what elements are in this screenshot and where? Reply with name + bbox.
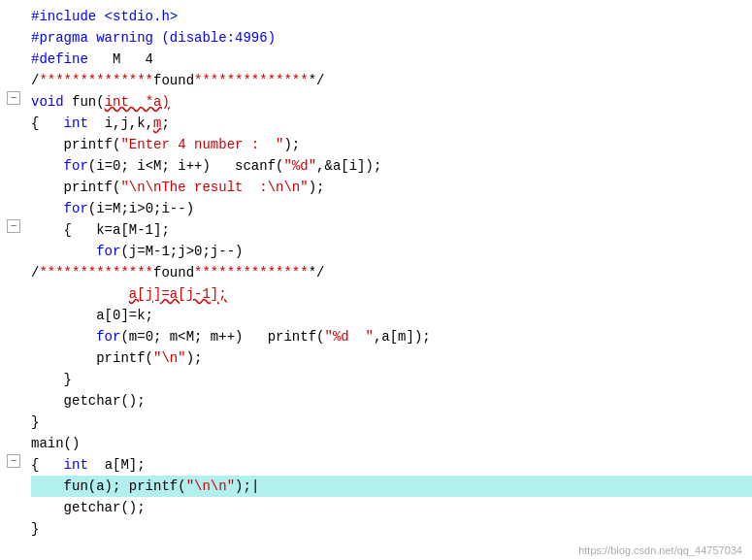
line-13: /**************found***************/: [31, 262, 752, 283]
line-3-text: #define: [31, 49, 88, 70]
line-5-int: int *a): [105, 91, 170, 113]
watermark: https://blog.csdn.net/qq_44757034: [578, 544, 742, 556]
fold-icon-main[interactable]: −: [7, 454, 20, 468]
line-9: printf("\n\nThe result :\n\n");: [31, 177, 752, 198]
line-20: }: [31, 412, 752, 433]
line-16: for(m=0; m<M; m++) printf("%d ",a[m]);: [31, 326, 752, 347]
line-7: printf("Enter 4 number : ");: [31, 134, 752, 155]
line-8: for(i=0; i<M; i++) scanf("%d",&a[i]);: [31, 155, 752, 177]
line-14-code: a[j]=a[j-1];: [129, 283, 227, 305]
fold-icon-fun[interactable]: −: [7, 91, 20, 105]
line-10: for(i=M;i>0;i--): [31, 198, 752, 219]
line-23: fun(a); printf("\n\n");|: [31, 476, 752, 497]
line-18: }: [31, 369, 752, 390]
line-24: getchar();: [31, 497, 752, 518]
code-lines: #include <stdio.h> #pragma warning (disa…: [27, 6, 752, 537]
editor-container: − − − #include <stdio.h> #pragma warning…: [0, 0, 752, 560]
gutter: − − −: [0, 6, 27, 537]
line-1: #include <stdio.h>: [31, 6, 752, 27]
line-22: { int a[M];: [31, 454, 752, 476]
line-5: void fun(int *a): [31, 91, 752, 113]
line-1-text: #include <stdio.h>: [31, 6, 178, 27]
line-6-m: m: [153, 113, 161, 134]
line-21: main(): [31, 433, 752, 454]
code-area: − − − #include <stdio.h> #pragma warning…: [0, 0, 752, 537]
line-12: for(j=M-1;j>0;j--): [31, 241, 752, 262]
cursor: |: [251, 476, 259, 497]
line-19: getchar();: [31, 390, 752, 412]
line-3: #define M 4: [31, 49, 752, 70]
line-4: /**************found***************/: [31, 70, 752, 91]
fold-icon-for[interactable]: −: [7, 219, 20, 233]
line-15: a[0]=k;: [31, 305, 752, 326]
line-5-void: void: [31, 91, 72, 113]
line-17: printf("\n");: [31, 347, 752, 369]
line-25: }: [31, 518, 752, 540]
line-2-text: #pragma warning (disable:4996): [31, 27, 276, 49]
line-2: #pragma warning (disable:4996): [31, 27, 752, 49]
line-14: a[j]=a[j-1];: [31, 283, 752, 305]
line-11: { k=a[M-1];: [31, 219, 752, 241]
line-6: { int i,j,k,m;: [31, 113, 752, 134]
